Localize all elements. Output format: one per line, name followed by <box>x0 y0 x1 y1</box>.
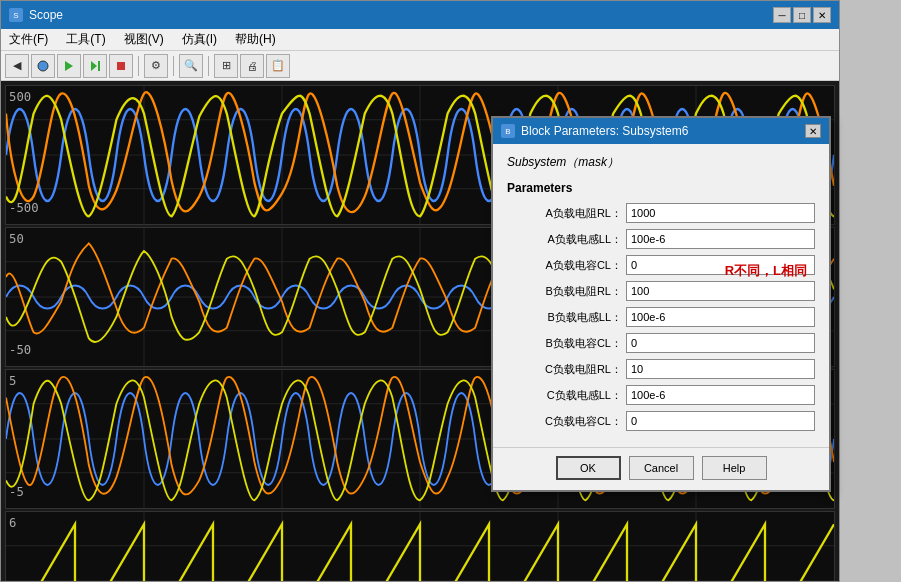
toolbar-sep2 <box>173 56 174 76</box>
param-row-7: C负载电感LL： <box>507 385 815 405</box>
param-label-4: B负载电感LL： <box>507 310 622 325</box>
svg-text:-5: -5 <box>9 485 24 499</box>
svg-text:-500: -500 <box>9 201 39 215</box>
menu-tools[interactable]: 工具(T) <box>62 30 109 49</box>
param-input-4[interactable] <box>626 307 815 327</box>
svg-point-0 <box>38 61 48 71</box>
dialog-title-bar: B Block Parameters: Subsystem6 ✕ <box>493 118 829 144</box>
toolbar: ◀ ⚙ 🔍 ⊞ 🖨 📋 <box>1 51 839 81</box>
toolbar-btn-play[interactable] <box>57 54 81 78</box>
dialog-section-label: Parameters <box>507 181 815 195</box>
toolbar-btn-step[interactable] <box>83 54 107 78</box>
param-input-6[interactable] <box>626 359 815 379</box>
menu-file[interactable]: 文件(F) <box>5 30 52 49</box>
title-buttons: ─ □ ✕ <box>773 7 831 23</box>
param-label-2: A负载电容CL： <box>507 258 622 273</box>
block-params-dialog: B Block Parameters: Subsystem6 ✕ Subsyst… <box>491 116 831 492</box>
toolbar-sep3 <box>208 56 209 76</box>
param-input-1[interactable] <box>626 229 815 249</box>
menu-help[interactable]: 帮助(H) <box>231 30 280 49</box>
toolbar-btn-record[interactable] <box>31 54 55 78</box>
svg-text:6: 6 <box>9 516 16 530</box>
param-input-0[interactable] <box>626 203 815 223</box>
toolbar-btn-back[interactable]: ◀ <box>5 54 29 78</box>
main-window: S Scope ─ □ ✕ 文件(F) 工具(T) 视图(V) 仿真(I) 帮助… <box>0 0 840 582</box>
param-label-6: C负载电阻RL： <box>507 362 622 377</box>
param-label-5: B负载电容CL： <box>507 336 622 351</box>
param-input-5[interactable] <box>626 333 815 353</box>
help-button[interactable]: Help <box>702 456 767 480</box>
menu-sim[interactable]: 仿真(I) <box>178 30 221 49</box>
svg-text:5: 5 <box>9 374 16 388</box>
svg-marker-1 <box>65 61 73 71</box>
dialog-footer: OK Cancel Help <box>493 447 829 490</box>
param-label-8: C负载电容CL： <box>507 414 622 429</box>
param-input-2[interactable] <box>626 255 815 275</box>
plot-panel-4[interactable]: 6 0 <box>5 511 835 581</box>
param-input-8[interactable] <box>626 411 815 431</box>
param-label-0: A负载电阻RL： <box>507 206 622 221</box>
svg-marker-2 <box>91 61 97 71</box>
menu-bar: 文件(F) 工具(T) 视图(V) 仿真(I) 帮助(H) <box>1 29 839 51</box>
param-input-7[interactable] <box>626 385 815 405</box>
param-label-3: B负载电阻RL： <box>507 284 622 299</box>
dialog-title: Block Parameters: Subsystem6 <box>521 124 688 138</box>
param-row-2: A负载电容CL： <box>507 255 815 275</box>
toolbar-btn-grid[interactable]: ⊞ <box>214 54 238 78</box>
params-container: A负载电阻RL： A负载电感LL： A负载电容CL： B负载电阻RL： <box>507 203 815 431</box>
param-row-5: B负载电容CL： <box>507 333 815 353</box>
param-label-7: C负载电感LL： <box>507 388 622 403</box>
dialog-subtitle: Subsystem（mask） <box>507 154 815 171</box>
svg-text:-50: -50 <box>9 343 31 357</box>
dialog-icon: B <box>501 124 515 138</box>
content-area: 500 -500 <box>1 81 839 581</box>
dialog-body: Subsystem（mask） Parameters A负载电阻RL： A负载电… <box>493 144 829 447</box>
param-input-3[interactable] <box>626 281 815 301</box>
toolbar-btn-stop[interactable] <box>109 54 133 78</box>
close-button[interactable]: ✕ <box>813 7 831 23</box>
toolbar-btn-print[interactable]: 🖨 <box>240 54 264 78</box>
maximize-button[interactable]: □ <box>793 7 811 23</box>
svg-rect-3 <box>98 61 100 71</box>
cancel-button[interactable]: Cancel <box>629 456 694 480</box>
param-row-8: C负载电容CL： <box>507 411 815 431</box>
app-icon: S <box>9 8 23 22</box>
param-label-1: A负载电感LL： <box>507 232 622 247</box>
title-bar: S Scope ─ □ ✕ <box>1 1 839 29</box>
toolbar-sep1 <box>138 56 139 76</box>
svg-rect-4 <box>117 62 125 70</box>
ok-button[interactable]: OK <box>556 456 621 480</box>
param-row-3: B负载电阻RL： <box>507 281 815 301</box>
param-row-6: C负载电阻RL： <box>507 359 815 379</box>
param-row-4: B负载电感LL： <box>507 307 815 327</box>
svg-text:50: 50 <box>9 232 24 246</box>
menu-view[interactable]: 视图(V) <box>120 30 168 49</box>
window-title: Scope <box>29 8 63 22</box>
toolbar-btn-copy[interactable]: 📋 <box>266 54 290 78</box>
param-row-1: A负载电感LL： <box>507 229 815 249</box>
toolbar-btn-zoom[interactable]: 🔍 <box>179 54 203 78</box>
minimize-button[interactable]: ─ <box>773 7 791 23</box>
svg-text:500: 500 <box>9 90 31 104</box>
dialog-close-button[interactable]: ✕ <box>805 124 821 138</box>
param-row-0: A负载电阻RL： <box>507 203 815 223</box>
toolbar-btn-settings[interactable]: ⚙ <box>144 54 168 78</box>
